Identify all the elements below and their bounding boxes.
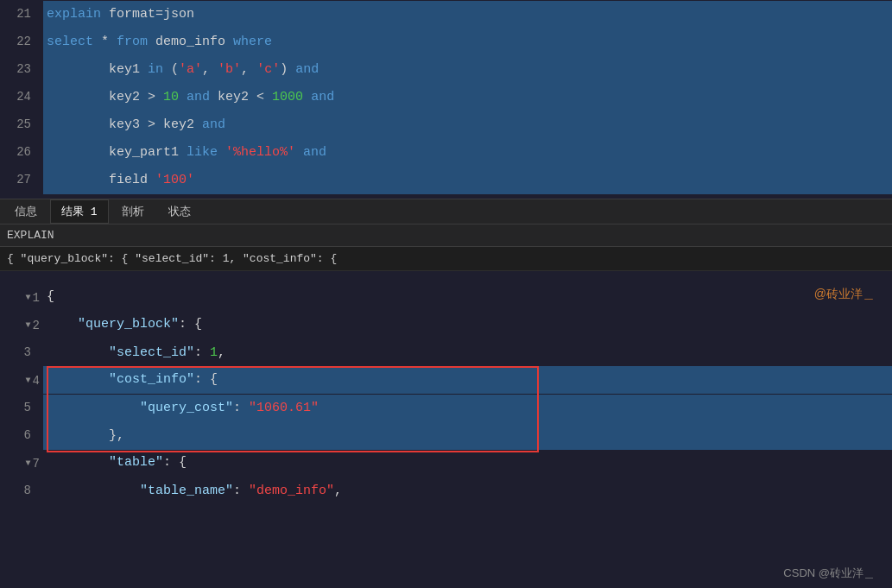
code-line: 21explain format=json: [0, 0, 892, 28]
tab-item[interactable]: 结果 1: [50, 199, 109, 224]
explain-result-row: { "query_block": { "select_id": 1, "cost…: [0, 247, 892, 271]
line-number: ▼7: [0, 450, 43, 477]
explain-result-text: { "query_block": { "select_id": 1, "cost…: [7, 252, 337, 265]
code-line: 22select * from demo_info where: [0, 28, 892, 55]
line-content: select * from demo_info where: [43, 28, 892, 56]
code-line: 24 key2 > 10 and key2 < 1000 and: [0, 83, 892, 111]
line-number: ▼1: [0, 284, 43, 312]
tab-item[interactable]: 状态: [157, 199, 202, 224]
explain-bar: EXPLAIN: [0, 224, 892, 247]
tab-item[interactable]: 剖析: [111, 199, 155, 224]
tab-bar: 信息结果 1剖析状态: [0, 199, 892, 224]
code-line: 3 "select_id": 1,: [0, 338, 892, 366]
code-line: ▼1{: [0, 283, 892, 311]
line-number: 3: [0, 338, 43, 366]
line-content: key3 > key2 and: [43, 111, 892, 139]
line-number: 5: [0, 394, 43, 421]
code-line: ▼7 "table": {: [0, 449, 892, 477]
line-content: "query_cost": "1060.61": [43, 395, 892, 422]
code-line: 5 "query_cost": "1060.61": [0, 394, 892, 421]
code-line: 25 key3 > key2 and: [0, 111, 892, 138]
line-content: "cost_info": {: [43, 366, 892, 394]
line-number: 21: [0, 0, 43, 28]
line-number: 6: [0, 421, 43, 449]
line-content: {: [43, 283, 892, 311]
line-content: "table_name": "demo_info",: [43, 477, 892, 505]
watermark-bottom-right: CSDN @砖业洋＿: [783, 566, 875, 581]
code-line: ▼2 "query_block": {: [0, 311, 892, 338]
line-number: 22: [0, 28, 43, 55]
line-content: field '100': [43, 167, 892, 194]
line-number: 24: [0, 83, 43, 111]
bottom-editor: @砖业洋＿ ▼1{▼2 "query_block": {3 "select_id…: [0, 280, 892, 588]
code-line: 27 field '100': [0, 166, 892, 193]
line-content: key_part1 like '%hello%' and: [43, 139, 892, 167]
code-line: ▼4 "cost_info": {: [0, 366, 892, 394]
line-number: 23: [0, 55, 43, 83]
line-content: key2 > 10 and key2 < 1000 and: [43, 84, 892, 111]
code-line: 23 key1 in ('a', 'b', 'c') and: [0, 55, 892, 83]
explain-label: EXPLAIN: [7, 229, 54, 242]
tab-item[interactable]: 信息: [3, 199, 48, 224]
line-content: "query_block": {: [43, 311, 892, 338]
line-number: 27: [0, 166, 43, 193]
line-content: },: [43, 422, 892, 450]
line-content: "select_id": 1,: [43, 339, 892, 367]
code-line: 26 key_part1 like '%hello%' and: [0, 138, 892, 166]
line-content: explain format=json: [43, 1, 892, 28]
line-number: 25: [0, 111, 43, 138]
line-content: "table": {: [43, 449, 892, 477]
code-line: 6 },: [0, 421, 892, 449]
line-number: ▼2: [0, 312, 43, 339]
line-number: 8: [0, 477, 43, 504]
top-editor: 21explain format=json22select * from dem…: [0, 0, 892, 199]
code-line: 8 "table_name": "demo_info",: [0, 477, 892, 504]
line-content: key1 in ('a', 'b', 'c') and: [43, 56, 892, 84]
line-number: ▼4: [0, 367, 43, 395]
line-number: 26: [0, 138, 43, 166]
